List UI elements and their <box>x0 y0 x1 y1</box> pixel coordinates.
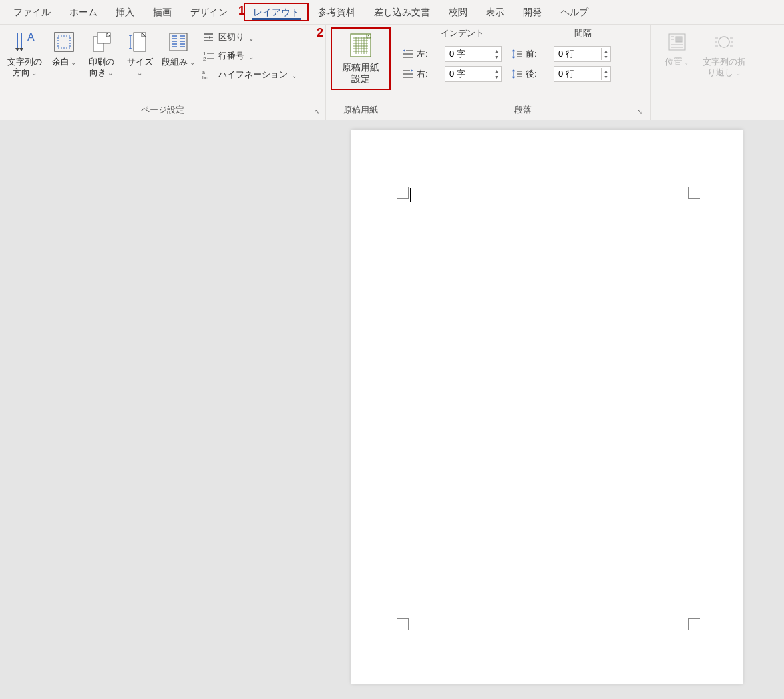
position-label: 位置 <box>665 57 689 67</box>
text-direction-button[interactable]: A 文字列の 方向 <box>4 27 45 77</box>
margin-corner-bottom-right <box>688 618 700 630</box>
indent-left-label: 左: <box>402 48 439 60</box>
margin-corner-top-right <box>688 187 700 199</box>
tab-help[interactable]: ヘルプ <box>551 3 598 21</box>
tab-mailings[interactable]: 差し込み文書 <box>365 3 439 21</box>
spin-down-icon[interactable]: ▼ <box>492 74 501 80</box>
text-cursor <box>410 188 411 202</box>
spin-up-icon[interactable]: ▲ <box>602 48 610 54</box>
spacing-after-label: 後: <box>511 68 548 80</box>
tab-layout[interactable]: レイアウト <box>244 3 309 21</box>
margins-button[interactable]: 余白 <box>48 27 80 67</box>
tab-developer[interactable]: 開発 <box>514 3 551 21</box>
ribbon-area: ファイル ホーム 挿入 描画 デザイン 1 レイアウト 参考資料 差し込み文書 … <box>0 0 784 120</box>
spin-up-icon[interactable]: ▲ <box>492 48 501 54</box>
page-setup-launcher[interactable]: ⤡ <box>311 108 320 117</box>
margins-icon <box>52 30 76 54</box>
spin-down-icon[interactable]: ▼ <box>602 74 610 80</box>
group-page-setup: A 文字列の 方向 余白 印刷の 向き <box>0 25 326 120</box>
genko-settings-button[interactable]: 原稿用紙 設定 <box>331 27 391 90</box>
text-direction-label: 文字列の 方向 <box>7 57 42 77</box>
ribbon-tabs: ファイル ホーム 挿入 描画 デザイン 1 レイアウト 参考資料 差し込み文書 … <box>0 0 784 24</box>
document-area[interactable] <box>0 120 784 697</box>
line-numbers-icon: 12 <box>202 50 214 62</box>
text-wrap-label: 文字列の折 り返し <box>703 57 746 77</box>
tab-references[interactable]: 参考資料 <box>309 3 365 21</box>
svg-text:bc: bc <box>202 75 208 80</box>
margins-label: 余白 <box>52 57 77 67</box>
group-genko: 2 原稿用紙 設定 原稿用紙 <box>326 25 395 120</box>
hyphenation-icon: a-bc <box>202 69 214 81</box>
spacing-before-label: 前: <box>511 48 548 60</box>
genko-group-label: 原稿用紙 <box>329 103 392 118</box>
tab-insert[interactable]: 挿入 <box>106 3 144 21</box>
tab-view[interactable]: 表示 <box>477 3 514 21</box>
margin-corner-top-left <box>397 187 409 199</box>
position-icon <box>665 30 689 54</box>
columns-icon <box>166 30 190 54</box>
spacing-before-field[interactable] <box>554 48 601 61</box>
indent-right-field[interactable] <box>445 68 492 81</box>
orientation-button[interactable]: 印刷の 向き <box>83 27 120 77</box>
paragraph-group-label: 段落 ⤡ <box>402 103 644 118</box>
ribbon-content: A 文字列の 方向 余白 印刷の 向き <box>0 24 784 120</box>
spin-down-icon[interactable]: ▼ <box>492 54 501 60</box>
spacing-header: 間隔 <box>523 27 644 39</box>
svg-text:2: 2 <box>203 56 206 62</box>
svg-rect-4 <box>58 36 70 48</box>
svg-text:A: A <box>27 31 35 43</box>
spin-up-icon[interactable]: ▲ <box>602 68 610 74</box>
spin-up-icon[interactable]: ▲ <box>492 68 501 74</box>
spacing-before-input[interactable]: ▲▼ <box>554 46 611 62</box>
indent-right-input[interactable]: ▲▼ <box>445 66 502 82</box>
genko-label: 原稿用紙 設定 <box>342 62 379 85</box>
spacing-after-input[interactable]: ▲▼ <box>554 66 611 82</box>
indent-header: インデント <box>402 27 523 39</box>
breaks-icon <box>202 31 214 43</box>
paragraph-launcher[interactable]: ⤡ <box>633 108 642 117</box>
columns-button[interactable]: 段組み <box>160 27 197 67</box>
breaks-button[interactable]: 区切り <box>200 30 299 45</box>
columns-label: 段組み <box>162 57 195 67</box>
size-icon <box>128 30 152 54</box>
orientation-label: 印刷の 向き <box>89 57 114 77</box>
page-setup-group-label: ページ設定 ⤡ <box>4 103 321 118</box>
svg-text:a-: a- <box>202 70 207 75</box>
text-wrap-button: 文字列の折 り返し <box>697 27 751 77</box>
line-numbers-label: 行番号 <box>218 50 244 62</box>
margin-corner-bottom-left <box>397 618 409 630</box>
indent-right-label: 右: <box>402 68 439 80</box>
text-wrap-icon <box>712 30 736 54</box>
indent-left-field[interactable] <box>445 48 492 61</box>
line-numbers-button[interactable]: 12 行番号 <box>200 49 299 63</box>
tab-review[interactable]: 校閲 <box>439 3 477 21</box>
orientation-icon <box>89 30 113 54</box>
tab-file[interactable]: ファイル <box>4 3 60 21</box>
document-page[interactable] <box>351 130 743 684</box>
tab-design[interactable]: デザイン <box>181 3 237 21</box>
spacing-after-field[interactable] <box>554 68 601 81</box>
size-label: サイズ <box>124 57 156 77</box>
hyphenation-button[interactable]: a-bc ハイフネーション <box>200 67 299 82</box>
svg-rect-50 <box>676 37 682 42</box>
hyphenation-label: ハイフネーション <box>218 69 288 81</box>
indent-left-input[interactable]: ▲▼ <box>445 46 502 62</box>
text-direction-icon: A <box>13 30 37 54</box>
size-button[interactable]: サイズ <box>122 27 157 77</box>
group-arrange: 位置 文字列の折 り返し <box>651 25 784 120</box>
position-button: 位置 <box>659 27 695 67</box>
group-paragraph: インデント 間隔 左: ▲▼ <box>395 25 651 120</box>
tab-draw[interactable]: 描画 <box>144 3 181 21</box>
svg-rect-3 <box>55 33 73 51</box>
breaks-label: 区切り <box>218 31 244 43</box>
genko-icon <box>347 31 375 59</box>
tab-home[interactable]: ホーム <box>60 3 106 21</box>
spin-down-icon[interactable]: ▼ <box>602 54 610 60</box>
callout-2: 2 <box>317 26 323 40</box>
